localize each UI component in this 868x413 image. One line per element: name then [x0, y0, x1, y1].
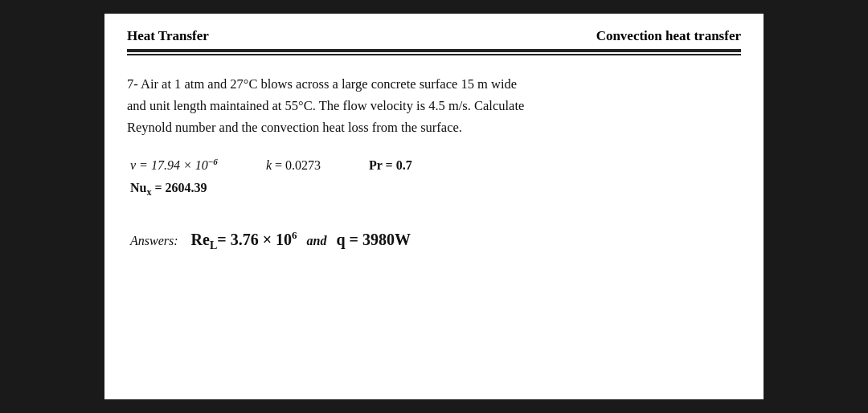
header-left-title: Heat Transfer: [127, 28, 209, 44]
problem-line-3: Reynold number and the convection heat l…: [127, 117, 741, 138]
answer-formula: ReL = 3.76 × 106 and q = 3980W: [191, 229, 411, 252]
problem-line-2: and unit length maintained at 55°C. The …: [127, 95, 741, 117]
re-value: = 3.76 × 106: [217, 229, 297, 249]
problem-line-1: 7- Air at 1 atm and 27°C blows across a …: [127, 73, 741, 95]
k-value: = 0.0273: [272, 158, 321, 172]
nux-item: Nux = 2604.39: [130, 181, 207, 194]
problem-text: 7- Air at 1 atm and 27°C blows across a …: [127, 73, 741, 139]
answer-and: and: [304, 234, 330, 248]
variable-pr: Pr = 0.7: [369, 158, 412, 173]
k-label: k: [266, 158, 272, 172]
re-exp: 6: [292, 229, 297, 241]
header: Heat Transfer Convection heat transfer: [104, 14, 764, 49]
nux-row: Nux = 2604.39: [127, 181, 741, 198]
pr-label: Pr: [369, 158, 383, 172]
variable-k: k = 0.0273: [266, 158, 321, 173]
v-equals: = 17.94 × 10−6: [136, 158, 218, 172]
answer-q: q = 3980W: [336, 231, 411, 249]
variables-row: v = 17.94 × 10−6 k = 0.0273 Pr = 0.7: [127, 157, 741, 173]
page: Heat Transfer Convection heat transfer 7…: [104, 14, 764, 399]
content-area: 7- Air at 1 atm and 27°C blows across a …: [104, 55, 764, 252]
header-right-title: Convection heat transfer: [596, 28, 741, 44]
re-label: ReL: [191, 231, 218, 252]
answers-row: Answers: ReL = 3.76 × 106 and q = 3980W: [127, 229, 741, 252]
variable-v: v = 17.94 × 10−6: [130, 157, 218, 173]
pr-value: = 0.7: [383, 158, 412, 172]
answers-label: Answers:: [130, 234, 178, 248]
nux-subscript: x: [146, 186, 151, 198]
v-exponent: −6: [208, 157, 218, 166]
divider-thick: [127, 49, 741, 52]
re-subscript: L: [210, 239, 217, 251]
